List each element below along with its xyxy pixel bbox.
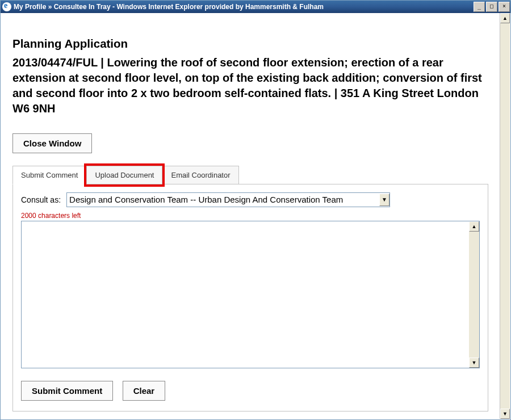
scroll-up-icon[interactable]: ▲ (469, 221, 479, 232)
scroll-down-icon[interactable]: ▼ (500, 409, 510, 419)
tab-label: Submit Comment (21, 171, 78, 179)
comment-textarea[interactable] (23, 222, 468, 367)
comment-textarea-wrap: ▲ ▼ (21, 221, 480, 368)
ie-icon (2, 2, 11, 11)
close-window-page-button[interactable]: Close Window (12, 133, 92, 153)
tab-label: Email Coordinator (171, 171, 230, 179)
chevron-down-icon: ▼ (379, 194, 389, 206)
tab-label: Upload Document (95, 171, 154, 179)
tab-submit-comment[interactable]: Submit Comment (12, 166, 86, 184)
content-area: ▲ ▼ Planning Application 2013/04474/FUL … (1, 13, 510, 419)
textarea-scrollbar[interactable]: ▲ ▼ (469, 221, 479, 368)
window-title: My Profile » Consultee In Tray - Windows… (14, 3, 324, 11)
tab-email-coordinator[interactable]: Email Coordinator (162, 166, 238, 184)
tab-panel-submit-comment: Consult as: Design and Conservation Team… (12, 184, 488, 411)
consult-as-row: Consult as: Design and Conservation Team… (21, 192, 480, 207)
page-body: Planning Application 2013/04474/FUL | Lo… (1, 13, 500, 417)
page-title: Planning Application (12, 36, 488, 52)
characters-remaining: 2000 characters left (21, 212, 480, 220)
minimize-button[interactable]: _ (474, 2, 485, 12)
consult-as-select[interactable]: Design and Conservation Team -- Urban De… (66, 192, 390, 207)
tab-upload-document[interactable]: Upload Document (86, 166, 162, 184)
page-scrollbar[interactable]: ▲ ▼ (500, 13, 510, 419)
scroll-down-icon[interactable]: ▼ (469, 358, 479, 368)
tabs-row: Submit Comment Upload Document Email Coo… (12, 166, 488, 184)
titlebar: My Profile » Consultee In Tray - Windows… (1, 1, 510, 13)
consult-as-selected-value: Design and Conservation Team -- Urban De… (69, 195, 343, 204)
maximize-button[interactable]: □ (486, 2, 497, 12)
submit-comment-button[interactable]: Submit Comment (21, 381, 113, 401)
scroll-up-icon[interactable]: ▲ (500, 13, 510, 23)
consult-as-label: Consult as: (21, 195, 61, 204)
application-detail: 2013/04474/FUL | Lowering the roof of se… (12, 55, 488, 116)
app-window: My Profile » Consultee In Tray - Windows… (0, 0, 511, 420)
clear-button[interactable]: Clear (123, 381, 166, 401)
close-window-button[interactable]: × (499, 2, 510, 12)
bottom-buttons: Submit Comment Clear (21, 381, 480, 401)
